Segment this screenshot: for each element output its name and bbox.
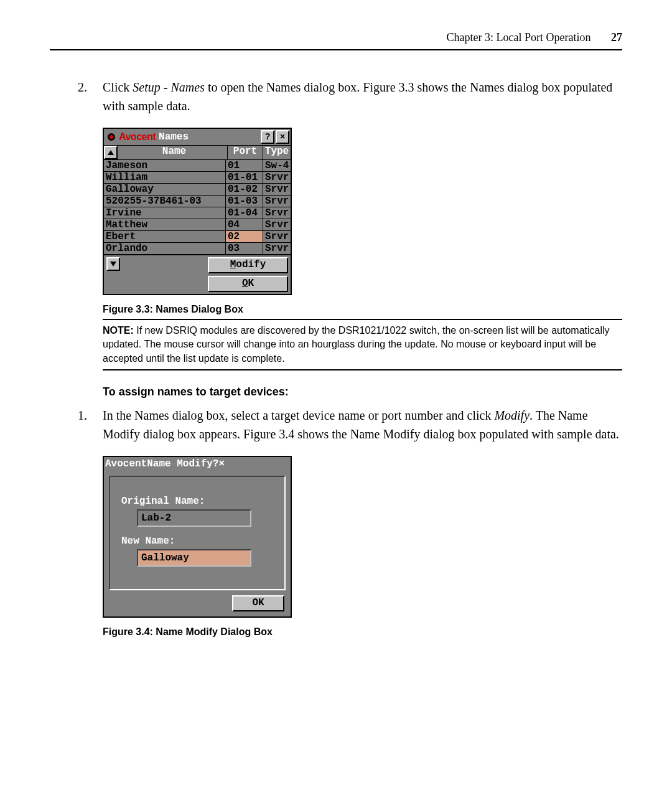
svg-marker-2 — [108, 150, 114, 155]
table-row[interactable]: William01-01Srvr — [104, 172, 291, 184]
cell-port: 03 — [226, 243, 263, 254]
names-dialog: Avocent Names ? × Name Port Type Jameson… — [103, 128, 292, 295]
modify-rest: odify — [236, 259, 266, 270]
brand-text: Avocent — [119, 131, 156, 143]
names-titlebar: Avocent Names ? × — [104, 129, 291, 145]
chapter-title: Chapter 3: Local Port Operation — [447, 31, 591, 44]
step-1: 1. In the Names dialog box, select a tar… — [103, 406, 622, 443]
cell-name: Irvine — [104, 207, 226, 219]
section-heading: To assign names to target devices: — [103, 385, 622, 399]
step-dash: - — [161, 80, 171, 94]
ok-accel: O — [242, 278, 248, 289]
step1-number: 1. — [78, 406, 87, 425]
col-header-name[interactable]: Name — [118, 146, 227, 159]
svg-point-1 — [110, 135, 113, 139]
cell-name: Orlando — [104, 243, 226, 254]
note-block: NOTE: If new DSRIQ modules are discovere… — [103, 324, 622, 366]
close-button[interactable]: × — [218, 458, 225, 470]
ok-accel: O — [252, 597, 258, 608]
note-label: NOTE: — [103, 325, 134, 336]
cell-name: William — [104, 172, 226, 183]
table-row[interactable]: Matthew04Srvr — [104, 219, 291, 231]
table-row[interactable]: Ebert02Srvr — [104, 231, 291, 243]
cell-type: Srvr — [263, 219, 291, 230]
names-rows: Jameson01Sw-4William01-01SrvrGalloway01-… — [104, 160, 291, 255]
cell-type: Srvr — [263, 172, 291, 183]
menu-names: Names — [170, 80, 204, 94]
note-rule-top — [103, 319, 622, 320]
names-column-header: Name Port Type — [104, 145, 291, 160]
table-row[interactable]: Orlando03Srvr — [104, 243, 291, 255]
modify-italic: Modify — [494, 408, 530, 422]
name-modify-dialog: Avocent Name Modify ? × Original Name: L… — [103, 456, 292, 618]
cell-type: Srvr — [263, 184, 291, 195]
brand-text: Avocent — [105, 458, 147, 470]
table-row[interactable]: Jameson01Sw-4 — [104, 160, 291, 172]
cell-name: Jameson — [104, 160, 226, 171]
cell-port: 02 — [226, 231, 263, 242]
cell-port: 01-04 — [226, 207, 263, 219]
cell-port: 01 — [226, 160, 263, 171]
note-text: If new DSRIQ modules are discovered by t… — [103, 325, 610, 364]
ok-rest: K — [258, 597, 264, 608]
table-row[interactable]: Galloway01-02Srvr — [104, 184, 291, 196]
col-header-type[interactable]: Type — [263, 146, 291, 159]
cell-name: 520255-37B461-03 — [104, 196, 226, 207]
figure-3-4-caption: Figure 3.4: Name Modify Dialog Box — [103, 626, 622, 638]
modify-titlebar: Avocent Name Modify ? × — [104, 457, 291, 471]
step-text-1: Click — [103, 80, 133, 94]
avocent-logo-icon — [105, 132, 118, 142]
cell-port: 01-03 — [226, 196, 263, 207]
cell-type: Srvr — [263, 243, 291, 254]
page-number: 27 — [611, 31, 622, 44]
dialog-title: Names — [159, 131, 189, 143]
modify-accel: M — [230, 259, 236, 270]
cell-name: Matthew — [104, 219, 226, 230]
col-header-port[interactable]: Port — [227, 146, 263, 159]
cell-port: 01-01 — [226, 172, 263, 183]
cell-name: Galloway — [104, 184, 226, 195]
cell-port: 01-02 — [226, 184, 263, 195]
ok-rest: K — [248, 278, 254, 289]
scroll-down-button[interactable] — [106, 257, 120, 271]
cell-type: Sw-4 — [263, 160, 291, 171]
close-button[interactable]: × — [276, 130, 289, 144]
cell-type: Srvr — [263, 196, 291, 207]
original-name-field: Lab-2 — [137, 509, 251, 527]
original-name-label: Original Name: — [121, 496, 273, 507]
figure-3-3-caption: Figure 3.3: Names Dialog Box — [103, 304, 622, 315]
step-2: 2. Click Setup - Names to open the Names… — [103, 78, 622, 115]
new-name-input[interactable]: Galloway — [137, 549, 251, 567]
cell-port: 04 — [226, 219, 263, 230]
menu-setup: Setup — [133, 80, 160, 94]
ok-button[interactable]: OK — [208, 276, 288, 292]
svg-marker-3 — [110, 262, 116, 267]
new-name-label: New Name: — [121, 536, 273, 547]
cell-type: Srvr — [263, 231, 291, 242]
modify-button[interactable]: Modify — [208, 257, 288, 273]
header-rule — [50, 49, 622, 50]
running-header: Chapter 3: Local Port Operation 27 — [50, 31, 622, 44]
table-row[interactable]: 520255-37B461-0301-03Srvr — [104, 196, 291, 207]
table-row[interactable]: Irvine01-04Srvr — [104, 207, 291, 219]
step-number: 2. — [78, 78, 87, 97]
cell-name: Ebert — [104, 231, 226, 242]
scroll-up-button[interactable] — [104, 146, 118, 159]
note-rule-bottom — [103, 369, 622, 370]
cell-type: Srvr — [263, 207, 291, 219]
step1-text-1: In the Names dialog box, select a target… — [103, 408, 494, 422]
ok-button[interactable]: OK — [232, 595, 284, 611]
dialog-title: Name Modify — [147, 458, 213, 470]
help-button[interactable]: ? — [213, 458, 219, 470]
help-button[interactable]: ? — [261, 130, 274, 144]
